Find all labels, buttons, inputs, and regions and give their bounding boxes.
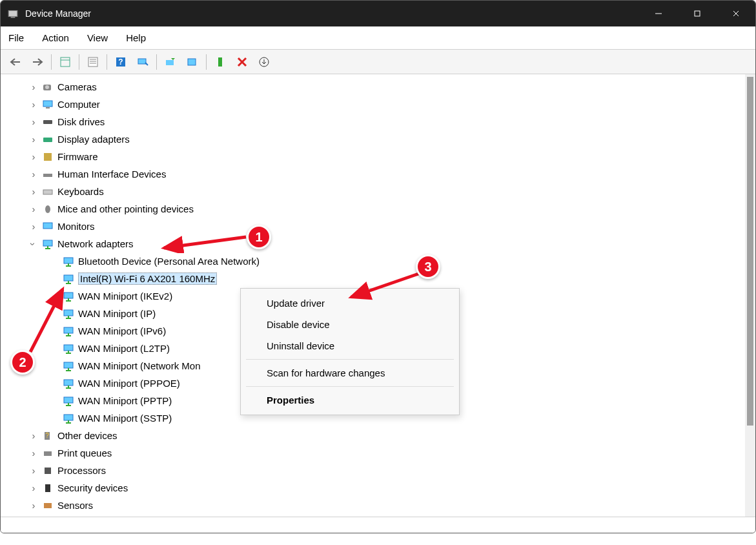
show-hide-button[interactable] [56, 53, 75, 71]
menu-file[interactable]: File [8, 32, 24, 43]
svg-rect-51 [64, 362, 73, 368]
tree-label: WAN Miniport (IPv6) [78, 325, 166, 336]
tree-label: Processors [57, 465, 106, 476]
chevron-right-icon[interactable]: › [29, 187, 38, 196]
chevron-right-icon[interactable]: › [29, 484, 38, 493]
menu-action[interactable]: Action [42, 32, 69, 43]
tree-label: WAN Miniport (L2TP) [78, 343, 170, 354]
svg-rect-27 [43, 190, 52, 194]
chevron-right-icon[interactable]: › [29, 100, 38, 109]
svg-rect-16 [188, 59, 196, 65]
chevron-right-icon[interactable]: › [29, 431, 38, 440]
network-icon [42, 238, 54, 250]
sensor-icon [42, 500, 54, 511]
tree-item-firmware[interactable]: ›Firmware [1, 148, 745, 165]
toolbar-separator [206, 54, 207, 70]
tree-item-disk-drives[interactable]: ›Disk drives [1, 113, 745, 130]
chevron-right-icon[interactable]: › [29, 449, 38, 458]
svg-rect-8 [88, 57, 97, 67]
svg-rect-24 [43, 138, 52, 142]
svg-rect-67 [45, 484, 50, 492]
context-menu: Update driver Disable device Uninstall d… [240, 288, 460, 415]
tree-label: Human Interface Devices [57, 169, 166, 180]
svg-rect-66 [45, 468, 51, 474]
chevron-right-icon[interactable]: › [29, 170, 38, 179]
tree-label: Sensors [57, 500, 93, 511]
help-button[interactable]: ? [111, 53, 130, 71]
annotation-badge-1: 1 [247, 225, 271, 249]
tree-item-sensors[interactable]: ›Sensors [1, 497, 745, 514]
chevron-down-icon[interactable]: › [29, 240, 38, 249]
scrollbar[interactable] [745, 74, 755, 517]
ctx-scan-hardware[interactable]: Scan for hardware changes [241, 362, 459, 384]
tree-label: Disk drives [57, 116, 105, 127]
svg-rect-26 [43, 174, 52, 177]
tree-item-bluetooth-device[interactable]: Bluetooth Device (Personal Area Network) [1, 252, 745, 270]
uninstall-button[interactable] [183, 53, 202, 71]
menu-help[interactable]: Help [126, 32, 146, 43]
tree-item-other-devices[interactable]: ›?Other devices [1, 427, 745, 444]
menu-view[interactable]: View [87, 32, 108, 43]
update-driver-button[interactable] [161, 53, 180, 71]
ctx-properties[interactable]: Properties [241, 389, 459, 411]
window-title: Device Manager [25, 8, 639, 19]
tree-label: Display adapters [57, 134, 130, 145]
forward-button[interactable] [28, 53, 47, 71]
svg-rect-3 [695, 11, 700, 16]
disk-icon [42, 116, 54, 128]
toolbar-separator [107, 54, 107, 70]
svg-rect-6 [61, 57, 70, 67]
svg-rect-1 [11, 17, 15, 18]
svg-point-20 [45, 85, 49, 89]
down-button[interactable] [254, 53, 274, 71]
svg-rect-23 [43, 120, 52, 124]
close-button[interactable] [717, 1, 755, 26]
back-button[interactable] [6, 53, 25, 71]
tree-item-hid[interactable]: ›Human Interface Devices [1, 165, 745, 183]
tree-item-mice[interactable]: ›Mice and other pointing devices [1, 200, 745, 218]
tree-item-monitors[interactable]: ›Monitors [1, 218, 745, 235]
maximize-button[interactable] [678, 1, 717, 26]
ctx-uninstall-device[interactable]: Uninstall device [241, 335, 459, 356]
svg-line-72 [30, 289, 63, 352]
annotation-arrow-2 [27, 284, 72, 355]
chevron-right-icon[interactable]: › [29, 466, 38, 475]
chevron-right-icon[interactable]: › [29, 152, 38, 161]
chevron-right-icon[interactable]: › [29, 222, 38, 231]
svg-line-70 [164, 237, 246, 248]
ctx-separator [246, 386, 454, 387]
chevron-right-icon[interactable]: › [29, 205, 38, 214]
tree-item-processors[interactable]: ›Processors [1, 462, 745, 479]
annotation-arrow-1 [159, 234, 249, 253]
enable-button[interactable] [210, 53, 230, 71]
scan-button[interactable] [133, 53, 152, 71]
tree-item-keyboards[interactable]: ›Keyboards [1, 183, 745, 200]
tree-item-cameras[interactable]: ›Cameras [1, 78, 745, 96]
tree-label: WAN Miniport (Network Mon [78, 360, 200, 371]
ctx-disable-device[interactable]: Disable device [241, 314, 459, 335]
annotation-badge-2: 2 [10, 350, 35, 375]
chevron-right-icon[interactable]: › [29, 83, 38, 92]
security-icon [42, 482, 54, 494]
tree-item-security-devices[interactable]: ›Security devices [1, 479, 745, 497]
chevron-right-icon[interactable]: › [29, 118, 38, 127]
tree-label: Print queues [57, 447, 112, 458]
minimize-button[interactable] [639, 1, 678, 26]
svg-rect-15 [166, 60, 174, 65]
hid-icon [42, 169, 54, 180]
tree-item-network-adapters[interactable]: ›Network adapters [1, 235, 745, 252]
keyboard-icon [42, 186, 54, 198]
tree-item-computer[interactable]: ›Computer [1, 96, 745, 113]
tree-label: WAN Miniport (PPTP) [78, 395, 172, 406]
tree-label: Bluetooth Device (Personal Area Network) [78, 256, 260, 267]
tree-item-print-queues[interactable]: ›Print queues [1, 444, 745, 462]
computer-icon [42, 99, 54, 110]
tree-item-display-adapters[interactable]: ›Display adapters [1, 130, 745, 148]
chevron-right-icon[interactable]: › [29, 135, 38, 144]
svg-rect-14 [138, 59, 146, 64]
disable-button[interactable] [232, 53, 252, 71]
properties-button[interactable] [83, 53, 103, 71]
toolbar-separator [79, 54, 79, 70]
chevron-right-icon[interactable]: › [29, 501, 38, 510]
scrollbar-thumb[interactable] [747, 77, 753, 426]
